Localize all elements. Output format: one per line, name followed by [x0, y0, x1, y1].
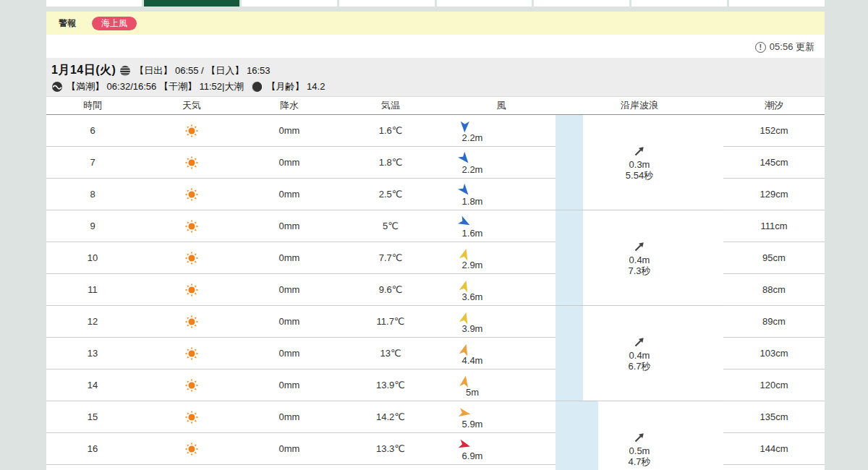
wave-period-value: 4.7秒 [628, 456, 650, 467]
time-cell: 13 [46, 348, 139, 359]
tab-6[interactable] [534, 0, 629, 7]
weather-cell [139, 410, 244, 424]
sunny-icon [184, 187, 199, 202]
wind-speed-value: 3.9m [462, 323, 483, 334]
table-row: 8 0mm 2.5℃ [46, 179, 556, 210]
wave-height-value: 0.5m [629, 445, 650, 456]
precipitation-cell: 0mm [244, 316, 334, 327]
hour-value: 16 [88, 443, 98, 454]
sunny-icon [184, 378, 199, 393]
wind-cell: 5.9m [447, 404, 556, 430]
hour-value: 12 [88, 316, 98, 327]
tab-1[interactable] [46, 0, 142, 7]
coastal-wave-group: 0.4m 7.3秒 [556, 210, 723, 306]
wind-cell: 5m [447, 372, 556, 398]
temperature-cell: 9.6℃ [334, 284, 447, 295]
header-tide: 潮汐 [723, 99, 825, 112]
temperature-cell: 5℃ [334, 221, 447, 231]
tide-cell: 144cm [723, 433, 825, 465]
time-cell: 10 [46, 252, 139, 263]
precipitation-value: 0mm [279, 411, 300, 422]
tide-height-value: 120cm [760, 380, 788, 390]
wind-speed-value: 2.2m [462, 164, 483, 175]
weather-cell [139, 251, 244, 265]
hour-value: 9 [90, 221, 95, 231]
sunny-icon [184, 251, 199, 265]
sunny-icon [184, 283, 199, 297]
table-row: 16 0mm 13.3℃ [46, 433, 556, 465]
tide-height-value: 88cm [762, 284, 786, 295]
sunrise-sunset-text: 【日出】 06:55 / 【日入】 16:53 [135, 64, 270, 77]
temperature-value: 5℃ [383, 221, 399, 231]
weather-cell [139, 346, 244, 361]
temperature-value: 7.7℃ [379, 252, 403, 263]
wind-speed-value: 5m [466, 387, 479, 398]
time-cell: 12 [46, 316, 139, 327]
tide-height-value: 103cm [760, 348, 788, 359]
wind-cell: 2.2m [447, 118, 556, 143]
weather-cell [139, 442, 244, 456]
alert-label: 警報 [59, 17, 76, 30]
temperature-value: 11.7℃ [377, 316, 405, 327]
precipitation-value: 0mm [279, 157, 300, 168]
wind-speed-value: 1.6m [462, 228, 483, 239]
moon-icon [251, 81, 263, 93]
precipitation-cell: 0mm [244, 125, 334, 136]
temperature-value: 13.9℃ [376, 380, 405, 390]
temperature-cell: 13.9℃ [334, 380, 447, 390]
wave-direction-arrow-ne [632, 335, 647, 349]
hour-value: 10 [88, 252, 98, 263]
sea-wind-warning-badge[interactable]: 海上風 [92, 17, 137, 30]
tide-height-value: 129cm [760, 189, 788, 200]
hour-value: 11 [88, 284, 98, 295]
time-cell: 11 [46, 284, 139, 295]
tab-2-active[interactable] [144, 0, 239, 7]
precipitation-value: 0mm [279, 316, 300, 327]
wave-period-value: 6.7秒 [628, 361, 650, 372]
wind-cell: 1.8m [447, 181, 556, 207]
tab-5[interactable] [437, 0, 532, 7]
tide-cell: 88cm [723, 274, 825, 306]
table-row: 11 0mm 9.6℃ [46, 274, 556, 306]
precipitation-cell: 0mm [244, 189, 334, 200]
hour-value: 15 [88, 411, 98, 422]
wave-height-value: 0.3m [629, 159, 650, 170]
precipitation-cell: 0mm [244, 221, 334, 231]
weather-cell [139, 378, 244, 393]
wave-direction-arrow-ne [632, 239, 647, 254]
tide-cell: 129cm [723, 179, 825, 210]
temperature-value: 9.6℃ [379, 284, 403, 295]
tide-cell: 135cm [723, 401, 825, 433]
header-precip: 降水 [244, 99, 334, 112]
wind-cell: 3.9m [447, 309, 556, 334]
coastal-wave-group: 0.5m 4.7秒 [556, 401, 723, 470]
high-low-tide-text: 【満潮】 06:32/16:56 【干潮】 11:52|大潮 [67, 80, 243, 93]
weather-cell [139, 283, 244, 297]
sunny-icon [184, 155, 199, 170]
header-temp: 気温 [334, 99, 447, 112]
header-coastal-waves: 沿岸波浪 [556, 99, 723, 112]
tide-height-value: 135cm [760, 411, 788, 422]
tab-7[interactable] [631, 0, 727, 7]
wave-height-value: 0.4m [629, 255, 650, 265]
weather-cell [139, 187, 244, 202]
temperature-cell: 1.8℃ [334, 157, 447, 168]
forecast-panel: ! 05:56 更新 1月14日(火) 【日出】 06:55 / 【日入】 16… [46, 35, 825, 470]
tide-cell: 120cm [723, 369, 825, 401]
wind-speed-value: 3.6m [462, 291, 483, 302]
tab-3[interactable] [242, 0, 337, 7]
wind-speed-value: 5.9m [462, 419, 483, 430]
temperature-value: 14.2℃ [376, 411, 405, 422]
alert-circle-icon: ! [755, 42, 766, 53]
wind-speed-value: 1.8m [462, 196, 483, 207]
wind-cell: 1.6m [447, 213, 556, 239]
tab-4[interactable] [339, 0, 435, 7]
coastal-wave-group: 0.4m 6.7秒 [556, 306, 723, 401]
precipitation-value: 0mm [279, 125, 300, 136]
weather-cell [139, 315, 244, 329]
wind-speed-value: 4.4m [462, 355, 483, 366]
date-title: 1月14日(火) [51, 63, 116, 78]
wind-cell: 2.9m [447, 245, 556, 270]
tab-8[interactable] [729, 0, 825, 7]
tide-wave-icon [51, 81, 63, 93]
